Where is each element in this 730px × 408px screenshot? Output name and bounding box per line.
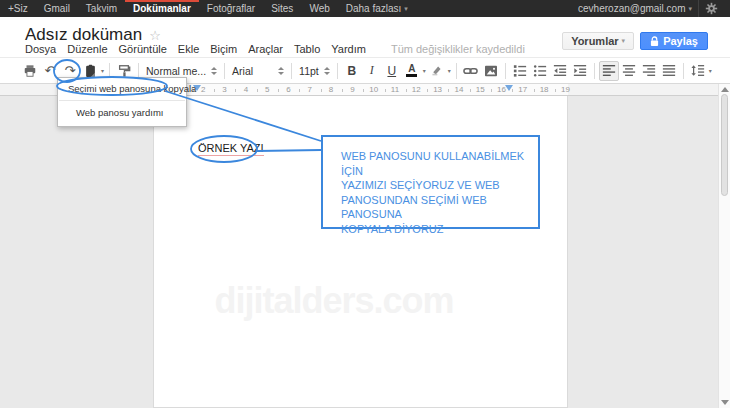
menu-edit[interactable]: Düzenle xyxy=(67,43,107,55)
share-button[interactable]: Paylaş xyxy=(640,32,708,50)
toolbar-separator xyxy=(594,63,595,79)
topbar-item-photos[interactable]: Fotoğraflar xyxy=(199,0,263,17)
text-color-dropdown-caret[interactable]: ▾ xyxy=(423,67,426,74)
star-icon[interactable]: ☆ xyxy=(149,28,161,43)
menu-format[interactable]: Biçim xyxy=(210,43,237,55)
underline-icon: U xyxy=(387,64,396,78)
menu-item-label: Web panosu yardımı xyxy=(76,107,163,118)
topbar-item-plus-you[interactable]: +Siz xyxy=(0,0,36,17)
ruler-number: 13 xyxy=(433,85,442,94)
toolbar-separator xyxy=(337,63,338,79)
topbar-item-documents[interactable]: Dokümanlar xyxy=(125,0,199,17)
ruler-tick xyxy=(363,89,364,92)
topbar-item-more[interactable]: Daha fazlası▾ xyxy=(338,0,416,17)
line-spacing-button[interactable] xyxy=(688,61,708,81)
topbar-item-calendar[interactable]: Takvim xyxy=(78,0,125,17)
right-indent-marker[interactable] xyxy=(505,85,513,91)
menu-file[interactable]: Dosya xyxy=(25,43,56,55)
menu-table[interactable]: Tablo xyxy=(294,43,320,55)
account-email-label: cevherozan@gmail.com xyxy=(578,3,685,14)
line-spacing-dropdown-caret[interactable]: ▾ xyxy=(709,67,712,74)
google-docs-window: +Siz Gmail Takvim Dokümanlar Fotoğraflar… xyxy=(0,0,730,408)
italic-icon: I xyxy=(370,63,374,78)
italic-button[interactable]: I xyxy=(362,61,382,81)
ruler-tick xyxy=(470,89,471,92)
underline-button[interactable]: U xyxy=(382,61,402,81)
scrollbar-thumb[interactable] xyxy=(721,94,728,196)
numbered-list-icon xyxy=(513,64,527,77)
ruler-number: 8 xyxy=(329,85,333,94)
numbered-list-button[interactable] xyxy=(510,61,530,81)
print-icon xyxy=(23,64,37,78)
ruler-tick xyxy=(406,89,407,92)
paint-format-icon xyxy=(117,64,131,78)
callout-line: PANOSUNDAN SEÇİMİ WEB PANOSUNA xyxy=(341,193,537,222)
comments-button[interactable]: Yorumlar ▾ xyxy=(562,32,634,50)
web-clipboard-dropdown-caret[interactable]: ▾ xyxy=(101,67,104,74)
highlight-color-button[interactable] xyxy=(427,61,447,81)
line-spacing-icon xyxy=(691,64,705,77)
document-title[interactable]: Adsız doküman xyxy=(25,25,142,45)
insert-image-button[interactable] xyxy=(481,61,501,81)
ruler-number: 3 xyxy=(222,85,226,94)
watermark: dijitalders.com xyxy=(184,280,484,322)
increase-indent-icon xyxy=(573,64,587,77)
text-color-button[interactable]: A xyxy=(402,61,422,81)
align-center-button[interactable] xyxy=(619,61,639,81)
ruler-number: 14 xyxy=(454,85,463,94)
toolbar-separator xyxy=(683,63,684,79)
ruler-number: 18 xyxy=(540,85,549,94)
account-email-menu[interactable]: cevherozan@gmail.com▾ xyxy=(572,3,698,14)
font-size-dropdown[interactable]: 11pt xyxy=(296,65,333,77)
ruler-tick xyxy=(214,89,215,92)
save-status: Tüm değişiklikler kaydedildi xyxy=(391,43,525,55)
print-button[interactable] xyxy=(20,61,40,81)
bulleted-list-button[interactable] xyxy=(530,61,550,81)
menu-help[interactable]: Yardım xyxy=(331,43,366,55)
ruler-tick xyxy=(321,89,322,92)
ruler-number: 7 xyxy=(308,85,312,94)
highlight-dropdown-caret[interactable]: ▾ xyxy=(448,67,451,74)
ruler-tick xyxy=(555,89,556,92)
scroll-up-arrow-icon[interactable] xyxy=(721,87,729,92)
undo-icon: ↶ xyxy=(45,63,56,78)
decrease-indent-button[interactable] xyxy=(550,61,570,81)
chevron-down-icon: ▾ xyxy=(404,5,408,13)
ruler-number: 19 xyxy=(561,85,570,94)
font-family-dropdown[interactable]: Arial xyxy=(229,65,287,77)
scroll-down-arrow-icon[interactable] xyxy=(721,400,729,405)
ruler-tick xyxy=(491,89,492,92)
align-left-button[interactable] xyxy=(599,61,619,81)
styles-dropdown[interactable]: Normal me... xyxy=(143,65,220,77)
increase-indent-button[interactable] xyxy=(570,61,590,81)
document-selected-text: ÖRNEK YAZI xyxy=(198,142,264,156)
toolbar-separator xyxy=(456,63,457,79)
bold-button[interactable]: B xyxy=(342,61,362,81)
topbar-item-gmail[interactable]: Gmail xyxy=(36,0,78,17)
ruler-tick xyxy=(427,89,428,92)
redo-icon: ↷ xyxy=(65,63,76,78)
menu-tools[interactable]: Araçlar xyxy=(248,43,283,55)
menu-item-label: Seçimi web panosuna kopyala xyxy=(68,83,196,94)
toolbar-separator xyxy=(224,63,225,79)
updown-arrows-icon xyxy=(211,67,217,75)
justify-button[interactable] xyxy=(659,61,679,81)
lock-icon xyxy=(650,36,659,47)
justify-icon xyxy=(662,64,676,77)
updown-arrows-icon xyxy=(278,67,284,75)
text-color-icon: A xyxy=(406,64,417,77)
vertical-scrollbar[interactable] xyxy=(718,84,730,408)
menu-insert[interactable]: Ekle xyxy=(178,43,199,55)
topbar-item-web[interactable]: Web xyxy=(301,0,337,17)
insert-link-button[interactable] xyxy=(461,61,481,81)
comments-button-label: Yorumlar xyxy=(571,35,618,47)
menu-view[interactable]: Görüntüle xyxy=(119,43,167,55)
topbar-item-sites[interactable]: Sites xyxy=(263,0,301,17)
menu-item-web-clipboard-help[interactable]: Web panosu yardımı xyxy=(58,104,186,121)
settings-gear-button[interactable] xyxy=(698,0,724,17)
updown-arrows-icon xyxy=(324,67,330,75)
align-right-button[interactable] xyxy=(639,61,659,81)
align-center-icon xyxy=(622,64,636,77)
image-icon xyxy=(484,65,498,77)
menu-item-copy-to-web-clipboard[interactable]: Seçimi web panosuna kopyala xyxy=(58,80,186,97)
